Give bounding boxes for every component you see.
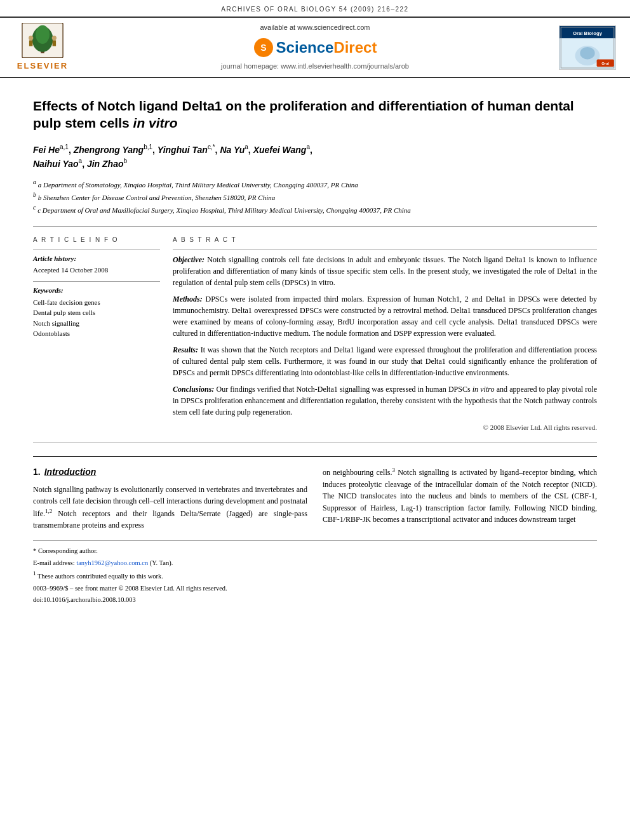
sciencedirect-logo: S ScienceDirect bbox=[253, 37, 377, 58]
svg-point-3 bbox=[36, 25, 50, 44]
keyword-1: Cell-fate decision genes bbox=[33, 298, 160, 307]
section-heading: 1. Introduction bbox=[33, 466, 307, 479]
elsevier-tree-icon bbox=[20, 23, 65, 58]
affiliation-c: c c Department of Oral and Maxillofacial… bbox=[33, 203, 597, 215]
article-info-col: A R T I C L E I N F O Article history: A… bbox=[33, 236, 160, 432]
history-label: Article history: bbox=[33, 254, 160, 263]
introduction-section: 1. Introduction Notch signalling pathway… bbox=[33, 456, 597, 531]
sd-logo-text: ScienceDirect bbox=[276, 37, 377, 58]
divider-body bbox=[33, 443, 597, 443]
svg-rect-5 bbox=[29, 41, 32, 46]
conclusions-label: Conclusions: bbox=[173, 385, 214, 394]
methods-label: Methods: bbox=[173, 295, 203, 303]
objective-label: Objective: bbox=[173, 255, 204, 264]
paper-title: Effects of Notch ligand Delta1 on the pr… bbox=[33, 97, 597, 132]
corresponding-author: * Corresponding author. bbox=[33, 546, 597, 556]
sciencedirect-area: available at www.sciencedirect.com S Sci… bbox=[84, 23, 546, 72]
methods-text: DPSCs were isolated from impacted third … bbox=[173, 295, 597, 338]
corresponding-label: * Corresponding author. bbox=[33, 547, 98, 554]
abstract-col: A B S T R A C T Objective: Notch signall… bbox=[173, 236, 597, 432]
article-info-label: A R T I C L E I N F O bbox=[33, 236, 160, 244]
intro-col1-text: Notch signalling pathway is evolutionari… bbox=[33, 484, 307, 531]
email-address[interactable]: tanyh1962@yahoo.com.cn bbox=[76, 559, 148, 566]
body-col-left: 1. Introduction Notch signalling pathway… bbox=[33, 466, 307, 531]
results-text: It was shown that the Notch receptors an… bbox=[173, 345, 597, 377]
divider-1 bbox=[33, 226, 597, 227]
keyword-4: Odontoblasts bbox=[33, 329, 160, 338]
svg-text:S: S bbox=[260, 43, 266, 53]
svg-point-16 bbox=[580, 47, 594, 59]
body-col-right: on neighbouring cells.3 Notch signalling… bbox=[323, 466, 597, 531]
email-label: E-mail address: bbox=[33, 559, 75, 566]
footnote-1-text: These authors contributed equally to thi… bbox=[37, 573, 163, 580]
doi-text: doi:10.1016/j.archoralbio.2008.10.003 bbox=[33, 596, 136, 603]
journal-url: journal homepage: www.intl.elsevierhealt… bbox=[221, 62, 409, 71]
footnotes-area: * Corresponding author. E-mail address: … bbox=[33, 540, 597, 605]
abstract-objective: Objective: Notch signalling controls cel… bbox=[173, 254, 597, 288]
abstract-label: A B S T R A C T bbox=[173, 236, 597, 244]
svg-rect-7 bbox=[53, 41, 57, 46]
journal-name: ARCHIVES OF ORAL BIOLOGY 54 (2009) 216–2… bbox=[221, 6, 408, 13]
affiliation-b: b b Shenzhen Center for Disease Control … bbox=[33, 190, 597, 203]
main-content: Effects of Notch ligand Delta1 on the pr… bbox=[0, 78, 630, 617]
body-two-col: 1. Introduction Notch signalling pathway… bbox=[33, 466, 597, 531]
history-value: Accepted 14 October 2008 bbox=[33, 265, 160, 275]
results-label: Results: bbox=[173, 345, 198, 354]
svg-point-6 bbox=[52, 36, 57, 40]
section-title: Introduction bbox=[44, 466, 97, 479]
doi-line: 0003–9969/$ – see front matter © 2008 El… bbox=[33, 583, 597, 594]
footnote-1: 1 These authors contributed equally to t… bbox=[33, 570, 597, 581]
objective-text: Notch signalling controls cell fate deci… bbox=[173, 255, 597, 287]
journal-cover-image: Oral Biology Oral bbox=[559, 26, 616, 69]
banner: ELSEVIER available at www.sciencedirect.… bbox=[0, 17, 630, 78]
svg-text:Oral: Oral bbox=[601, 62, 609, 65]
abstract-conclusions: Conclusions: Our findings verified that … bbox=[173, 383, 597, 418]
sciencedirect-icon: S bbox=[253, 37, 274, 58]
email-person: (Y. Tan). bbox=[150, 559, 173, 566]
authors-line: Fei Hea,1, Zhengrong Yangb,1, Yinghui Ta… bbox=[33, 142, 597, 171]
journal-header: ARCHIVES OF ORAL BIOLOGY 54 (2009) 216–2… bbox=[0, 0, 630, 17]
affiliations: a a Department of Stomatology, Xinqiao H… bbox=[33, 177, 597, 215]
available-text: available at www.sciencedirect.com bbox=[260, 23, 370, 32]
elsevier-text: ELSEVIER bbox=[17, 60, 68, 72]
email-line: E-mail address: tanyh1962@yahoo.com.cn (… bbox=[33, 558, 597, 568]
svg-point-4 bbox=[29, 36, 33, 40]
keyword-3: Notch signalling bbox=[33, 319, 160, 328]
keywords-label: Keywords: bbox=[33, 286, 160, 295]
divider-info bbox=[33, 250, 160, 250]
article-info-abstract: A R T I C L E I N F O Article history: A… bbox=[33, 236, 597, 432]
abstract-results: Results: It was shown that the Notch rec… bbox=[173, 344, 597, 378]
doi-value: doi:10.1016/j.archoralbio.2008.10.003 bbox=[33, 595, 597, 605]
svg-text:Oral Biology: Oral Biology bbox=[573, 30, 603, 36]
conserved-word: conserved bbox=[166, 485, 197, 494]
section-number: 1. bbox=[33, 466, 41, 479]
elsevier-logo-area: ELSEVIER bbox=[8, 23, 77, 72]
abstract-methods: Methods: DPSCs were isolated from impact… bbox=[173, 293, 597, 339]
divider-kw bbox=[33, 281, 160, 282]
elsevier-logo: ELSEVIER bbox=[17, 23, 68, 72]
conclusions-text: Our findings verified that Notch-Delta1 … bbox=[173, 385, 597, 417]
journal-cover-area: Oral Biology Oral bbox=[553, 23, 622, 72]
copyright-line: © 2008 Elsevier Ltd. All rights reserved… bbox=[173, 423, 597, 432]
intro-col2-text: on neighbouring cells.3 Notch signalling… bbox=[323, 466, 597, 526]
divider-abstract bbox=[173, 250, 597, 250]
journal-cover: Oral Biology Oral bbox=[559, 25, 616, 70]
paper-title-area: Effects of Notch ligand Delta1 on the pr… bbox=[33, 97, 597, 132]
keyword-2: Dental pulp stem cells bbox=[33, 308, 160, 317]
doi-copyright: 0003–9969/$ – see front matter © 2008 El… bbox=[33, 585, 227, 592]
affiliation-a: a a Department of Stomatology, Xinqiao H… bbox=[33, 177, 597, 190]
